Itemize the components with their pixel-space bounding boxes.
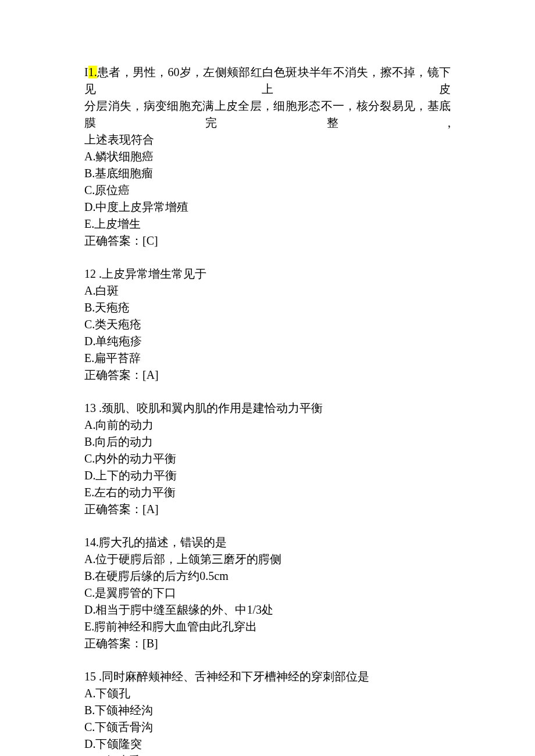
question-14-option-e: E.腭前神经和腭大血管由此孔穿出 — [84, 618, 451, 635]
question-15-option-a: A.下颌孔 — [84, 685, 451, 702]
question-11: I1.患者，男性，60岁，左侧颊部红白色斑块半年不消失，擦不掉，镜下见上皮 分层… — [84, 64, 451, 249]
question-12-stem: 12 .上皮异常增生常见于 — [84, 266, 451, 282]
question-13-answer: 正确答案：[A] — [84, 501, 451, 518]
question-11-option-d: D.中度上皮异常增殖 — [84, 199, 451, 216]
question-12-option-e: E.扁平苔辞 — [84, 350, 451, 367]
question-11-option-e: E.上皮增生 — [84, 216, 451, 232]
question-12-option-b: B.天疱疮 — [84, 299, 451, 316]
question-11-stem-text-1: 患者，男性，60岁，左侧颊部红白色斑块半年不消失，擦不掉，镜下见上皮 — [84, 66, 451, 95]
question-15-option-d: D.下颌隆突 — [84, 736, 451, 753]
question-11-option-c: C.原位癌 — [84, 182, 451, 199]
question-14-option-a: A.位于硬腭后部，上颌第三磨牙的腭侧 — [84, 551, 451, 568]
question-12-option-d: D.单纯疱疹 — [84, 333, 451, 350]
question-11-option-b: B.基底细胞瘤 — [84, 165, 451, 182]
question-14-option-c: C.是翼腭管的下口 — [84, 585, 451, 601]
question-13-option-c: C.内外的动力平衡 — [84, 450, 451, 467]
question-11-stem-line-3: 上述表现符合 — [84, 131, 451, 148]
question-13-option-a: A.向前的动力 — [84, 417, 451, 433]
question-12-answer: 正确答案：[A] — [84, 367, 451, 384]
question-11-stem-line-1: I1.患者，男性，60岁，左侧颊部红白色斑块半年不消失，擦不掉，镜下见上皮 — [84, 64, 451, 98]
question-12-option-a: A.白斑 — [84, 282, 451, 299]
question-12: 12 .上皮异常增生常见于 A.白斑 B.天疱疮 C.类天疱疮 D.单纯疱疹 E… — [84, 266, 451, 384]
question-14-answer: 正确答案：[B] — [84, 635, 451, 652]
question-13-option-e: E.左右的动力平衡 — [84, 484, 451, 501]
question-14: 14.腭大孔的描述，错误的是 A.位于硬腭后部，上颌第三磨牙的腭侧 B.在硬腭后… — [84, 534, 451, 652]
question-13-option-d: D.上下的动力平衡 — [84, 467, 451, 484]
question-11-stem-line-2: 分层消失，病变细胞充满上皮全层，细胞形态不一，核分裂易见，基底膜完整, — [84, 98, 451, 131]
question-13-option-b: B.向后的动力 — [84, 433, 451, 450]
question-15-stem: 15 .同时麻醉颊神经、舌神经和下牙槽神经的穿刺部位是 — [84, 668, 451, 685]
question-15-option-e: E.下颌小舌 — [84, 753, 451, 756]
question-11-option-a: A.鳞状细胞癌 — [84, 148, 451, 165]
question-15-option-c: C.下颌舌骨沟 — [84, 719, 451, 736]
question-15-option-b: B.下颌神经沟 — [84, 702, 451, 719]
question-14-stem: 14.腭大孔的描述，错误的是 — [84, 534, 451, 551]
question-12-option-c: C.类天疱疮 — [84, 316, 451, 333]
question-11-number-highlight: 1. — [88, 66, 97, 78]
question-11-answer: 正确答案：[C] — [84, 232, 451, 249]
question-14-option-b: B.在硬腭后缘的后方约0.5cm — [84, 568, 451, 585]
question-13-stem: 13 .颈肌、咬肌和翼内肌的作用是建恰动力平衡 — [84, 400, 451, 417]
question-11-prefix: I — [84, 66, 88, 78]
question-15: 15 .同时麻醉颊神经、舌神经和下牙槽神经的穿刺部位是 A.下颌孔 B.下颌神经… — [84, 668, 451, 756]
question-14-option-d: D.相当于腭中缝至龈缘的外、中1/3处 — [84, 601, 451, 618]
question-13: 13 .颈肌、咬肌和翼内肌的作用是建恰动力平衡 A.向前的动力 B.向后的动力 … — [84, 400, 451, 518]
